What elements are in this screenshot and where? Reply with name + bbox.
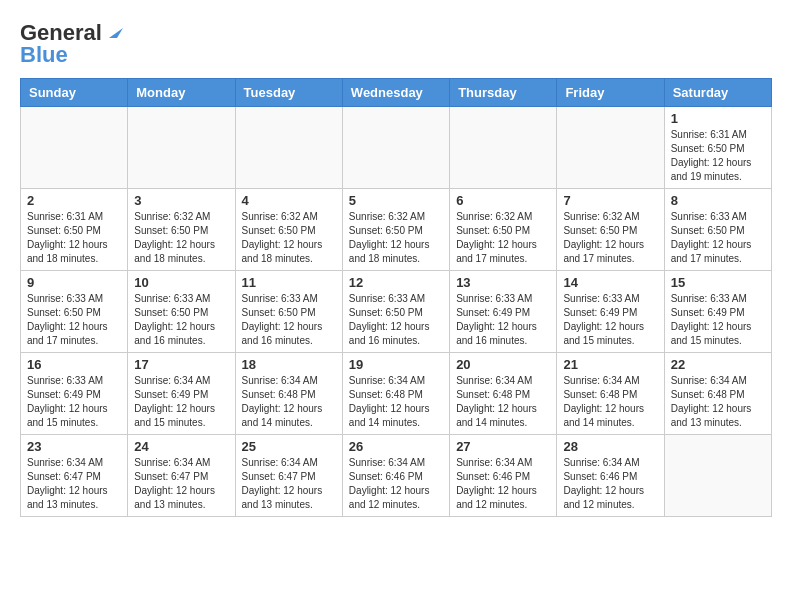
weekday-sunday: Sunday	[21, 79, 128, 107]
weekday-thursday: Thursday	[450, 79, 557, 107]
weekday-wednesday: Wednesday	[342, 79, 449, 107]
day-number: 19	[349, 357, 443, 372]
day-cell: 2Sunrise: 6:31 AM Sunset: 6:50 PM Daylig…	[21, 189, 128, 271]
header: General Blue	[20, 20, 772, 68]
weekday-friday: Friday	[557, 79, 664, 107]
day-number: 21	[563, 357, 657, 372]
week-row-3: 9Sunrise: 6:33 AM Sunset: 6:50 PM Daylig…	[21, 271, 772, 353]
week-row-5: 23Sunrise: 6:34 AM Sunset: 6:47 PM Dayli…	[21, 435, 772, 517]
day-info: Sunrise: 6:33 AM Sunset: 6:50 PM Dayligh…	[671, 210, 765, 266]
day-cell	[128, 107, 235, 189]
day-number: 12	[349, 275, 443, 290]
logo: General Blue	[20, 20, 123, 68]
day-cell	[664, 435, 771, 517]
day-cell: 5Sunrise: 6:32 AM Sunset: 6:50 PM Daylig…	[342, 189, 449, 271]
day-cell	[342, 107, 449, 189]
day-info: Sunrise: 6:33 AM Sunset: 6:49 PM Dayligh…	[671, 292, 765, 348]
day-cell: 28Sunrise: 6:34 AM Sunset: 6:46 PM Dayli…	[557, 435, 664, 517]
day-info: Sunrise: 6:33 AM Sunset: 6:49 PM Dayligh…	[563, 292, 657, 348]
day-cell: 12Sunrise: 6:33 AM Sunset: 6:50 PM Dayli…	[342, 271, 449, 353]
day-info: Sunrise: 6:31 AM Sunset: 6:50 PM Dayligh…	[671, 128, 765, 184]
day-cell: 4Sunrise: 6:32 AM Sunset: 6:50 PM Daylig…	[235, 189, 342, 271]
day-info: Sunrise: 6:34 AM Sunset: 6:49 PM Dayligh…	[134, 374, 228, 430]
day-info: Sunrise: 6:32 AM Sunset: 6:50 PM Dayligh…	[349, 210, 443, 266]
weekday-tuesday: Tuesday	[235, 79, 342, 107]
day-cell: 7Sunrise: 6:32 AM Sunset: 6:50 PM Daylig…	[557, 189, 664, 271]
logo-bird-icon	[105, 22, 123, 40]
day-cell: 17Sunrise: 6:34 AM Sunset: 6:49 PM Dayli…	[128, 353, 235, 435]
week-row-4: 16Sunrise: 6:33 AM Sunset: 6:49 PM Dayli…	[21, 353, 772, 435]
day-info: Sunrise: 6:34 AM Sunset: 6:47 PM Dayligh…	[242, 456, 336, 512]
day-number: 28	[563, 439, 657, 454]
day-cell: 11Sunrise: 6:33 AM Sunset: 6:50 PM Dayli…	[235, 271, 342, 353]
day-number: 18	[242, 357, 336, 372]
day-number: 10	[134, 275, 228, 290]
day-cell: 3Sunrise: 6:32 AM Sunset: 6:50 PM Daylig…	[128, 189, 235, 271]
day-number: 26	[349, 439, 443, 454]
day-cell	[557, 107, 664, 189]
day-number: 3	[134, 193, 228, 208]
day-info: Sunrise: 6:34 AM Sunset: 6:48 PM Dayligh…	[456, 374, 550, 430]
day-info: Sunrise: 6:33 AM Sunset: 6:50 PM Dayligh…	[349, 292, 443, 348]
day-number: 16	[27, 357, 121, 372]
day-number: 25	[242, 439, 336, 454]
day-info: Sunrise: 6:34 AM Sunset: 6:46 PM Dayligh…	[349, 456, 443, 512]
day-cell	[235, 107, 342, 189]
day-number: 22	[671, 357, 765, 372]
day-cell: 23Sunrise: 6:34 AM Sunset: 6:47 PM Dayli…	[21, 435, 128, 517]
day-number: 24	[134, 439, 228, 454]
day-cell	[21, 107, 128, 189]
day-cell: 14Sunrise: 6:33 AM Sunset: 6:49 PM Dayli…	[557, 271, 664, 353]
day-cell: 22Sunrise: 6:34 AM Sunset: 6:48 PM Dayli…	[664, 353, 771, 435]
day-number: 1	[671, 111, 765, 126]
day-info: Sunrise: 6:31 AM Sunset: 6:50 PM Dayligh…	[27, 210, 121, 266]
day-number: 15	[671, 275, 765, 290]
svg-marker-0	[109, 28, 123, 38]
day-cell: 20Sunrise: 6:34 AM Sunset: 6:48 PM Dayli…	[450, 353, 557, 435]
day-cell: 6Sunrise: 6:32 AM Sunset: 6:50 PM Daylig…	[450, 189, 557, 271]
day-number: 7	[563, 193, 657, 208]
weekday-monday: Monday	[128, 79, 235, 107]
day-info: Sunrise: 6:34 AM Sunset: 6:47 PM Dayligh…	[134, 456, 228, 512]
day-info: Sunrise: 6:33 AM Sunset: 6:50 PM Dayligh…	[27, 292, 121, 348]
day-info: Sunrise: 6:32 AM Sunset: 6:50 PM Dayligh…	[134, 210, 228, 266]
day-number: 11	[242, 275, 336, 290]
day-number: 9	[27, 275, 121, 290]
day-cell: 8Sunrise: 6:33 AM Sunset: 6:50 PM Daylig…	[664, 189, 771, 271]
day-cell: 10Sunrise: 6:33 AM Sunset: 6:50 PM Dayli…	[128, 271, 235, 353]
day-cell	[450, 107, 557, 189]
day-info: Sunrise: 6:33 AM Sunset: 6:50 PM Dayligh…	[134, 292, 228, 348]
weekday-header-row: SundayMondayTuesdayWednesdayThursdayFrid…	[21, 79, 772, 107]
day-info: Sunrise: 6:32 AM Sunset: 6:50 PM Dayligh…	[242, 210, 336, 266]
day-cell: 25Sunrise: 6:34 AM Sunset: 6:47 PM Dayli…	[235, 435, 342, 517]
day-info: Sunrise: 6:34 AM Sunset: 6:48 PM Dayligh…	[563, 374, 657, 430]
day-info: Sunrise: 6:32 AM Sunset: 6:50 PM Dayligh…	[563, 210, 657, 266]
day-cell: 26Sunrise: 6:34 AM Sunset: 6:46 PM Dayli…	[342, 435, 449, 517]
day-cell: 24Sunrise: 6:34 AM Sunset: 6:47 PM Dayli…	[128, 435, 235, 517]
day-cell: 9Sunrise: 6:33 AM Sunset: 6:50 PM Daylig…	[21, 271, 128, 353]
week-row-1: 1Sunrise: 6:31 AM Sunset: 6:50 PM Daylig…	[21, 107, 772, 189]
day-number: 8	[671, 193, 765, 208]
day-cell: 19Sunrise: 6:34 AM Sunset: 6:48 PM Dayli…	[342, 353, 449, 435]
day-info: Sunrise: 6:34 AM Sunset: 6:46 PM Dayligh…	[563, 456, 657, 512]
day-info: Sunrise: 6:34 AM Sunset: 6:46 PM Dayligh…	[456, 456, 550, 512]
day-info: Sunrise: 6:33 AM Sunset: 6:49 PM Dayligh…	[27, 374, 121, 430]
day-cell: 16Sunrise: 6:33 AM Sunset: 6:49 PM Dayli…	[21, 353, 128, 435]
day-number: 14	[563, 275, 657, 290]
day-info: Sunrise: 6:33 AM Sunset: 6:50 PM Dayligh…	[242, 292, 336, 348]
day-info: Sunrise: 6:34 AM Sunset: 6:48 PM Dayligh…	[349, 374, 443, 430]
weekday-saturday: Saturday	[664, 79, 771, 107]
day-cell: 1Sunrise: 6:31 AM Sunset: 6:50 PM Daylig…	[664, 107, 771, 189]
day-info: Sunrise: 6:33 AM Sunset: 6:49 PM Dayligh…	[456, 292, 550, 348]
week-row-2: 2Sunrise: 6:31 AM Sunset: 6:50 PM Daylig…	[21, 189, 772, 271]
day-cell: 21Sunrise: 6:34 AM Sunset: 6:48 PM Dayli…	[557, 353, 664, 435]
day-info: Sunrise: 6:34 AM Sunset: 6:48 PM Dayligh…	[242, 374, 336, 430]
day-cell: 15Sunrise: 6:33 AM Sunset: 6:49 PM Dayli…	[664, 271, 771, 353]
day-number: 2	[27, 193, 121, 208]
day-info: Sunrise: 6:34 AM Sunset: 6:48 PM Dayligh…	[671, 374, 765, 430]
day-number: 4	[242, 193, 336, 208]
day-number: 5	[349, 193, 443, 208]
day-number: 27	[456, 439, 550, 454]
day-number: 13	[456, 275, 550, 290]
day-info: Sunrise: 6:34 AM Sunset: 6:47 PM Dayligh…	[27, 456, 121, 512]
